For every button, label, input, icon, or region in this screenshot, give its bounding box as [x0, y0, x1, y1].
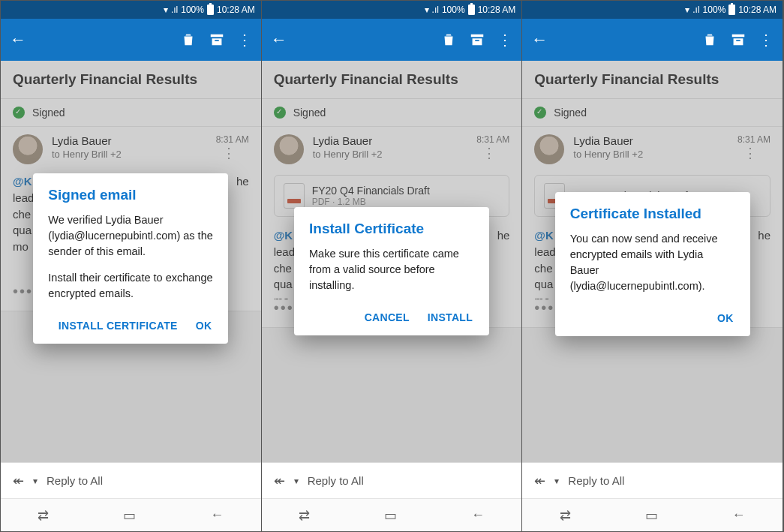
battery-icon — [207, 5, 214, 15]
dialog-title: Signed email — [48, 187, 213, 203]
status-bar: ▾ .ıl 100% 10:28 AM — [262, 1, 522, 19]
app-bar: ← ⋮ — [522, 19, 782, 61]
dialog-install-certificate: Install Certificate Make sure this certi… — [294, 207, 489, 335]
back-icon[interactable]: ← — [531, 30, 548, 50]
reply-bar[interactable]: ↞ ▾ Reply to All — [262, 462, 522, 498]
signal-icon: .ıl — [171, 5, 178, 15]
email-content: Quarterly Financial Results Signed Lydia… — [1, 61, 261, 462]
phone-screen-1: ▾ .ıl 100% 10:28 AM ← ⋮ Quarterly Financ… — [1, 1, 262, 531]
reply-all-icon[interactable]: ↞ — [534, 473, 545, 489]
battery-icon — [728, 5, 735, 15]
status-bar: ▾ .ıl 100% 10:28 AM — [522, 1, 782, 19]
trash-icon[interactable] — [180, 32, 197, 48]
nav-home-icon[interactable]: ▭ — [384, 507, 397, 524]
android-navbar: ⇄ ▭ ← — [522, 498, 782, 531]
phone-screen-2: ▾ .ıl 100% 10:28 AM ← ⋮ Quarterly Financ… — [262, 1, 523, 531]
status-time: 10:28 AM — [217, 5, 255, 15]
dialog-certificate-installed: Certificate Installed You can now send a… — [555, 192, 750, 336]
status-bar: ▾ .ıl 100% 10:28 AM — [1, 1, 261, 19]
nav-recents-icon[interactable]: ⇄ — [560, 507, 571, 524]
reply-dropdown-icon[interactable]: ▾ — [554, 476, 559, 486]
dialog-title: Install Certificate — [309, 221, 474, 237]
overflow-icon[interactable]: ⋮ — [497, 31, 512, 49]
trash-icon[interactable] — [701, 32, 718, 48]
reply-label: Reply to All — [47, 474, 103, 487]
email-content: Quarterly Financial Results Signed Lydia… — [262, 61, 522, 462]
cancel-button[interactable]: CANCEL — [363, 307, 411, 328]
reply-dropdown-icon[interactable]: ▾ — [294, 476, 299, 486]
reply-bar[interactable]: ↞ ▾ Reply to All — [1, 462, 261, 498]
wifi-icon: ▾ — [164, 5, 168, 15]
archive-icon[interactable] — [469, 32, 485, 48]
trash-icon[interactable] — [440, 32, 457, 48]
dialog-body: You can now send and receive encrypted e… — [570, 231, 735, 294]
nav-home-icon[interactable]: ▭ — [645, 507, 658, 524]
battery-icon — [468, 5, 475, 15]
back-icon[interactable]: ← — [271, 30, 287, 50]
nav-recents-icon[interactable]: ⇄ — [299, 507, 310, 524]
reply-label: Reply to All — [568, 474, 624, 487]
dialog-body: Make sure this certificate came from a v… — [309, 246, 474, 293]
signal-icon: .ıl — [692, 5, 699, 15]
ok-button[interactable]: OK — [716, 308, 735, 329]
overflow-icon[interactable]: ⋮ — [758, 31, 773, 49]
nav-home-icon[interactable]: ▭ — [123, 507, 136, 524]
wifi-icon: ▾ — [425, 5, 429, 15]
wifi-icon: ▾ — [685, 5, 689, 15]
nav-back-icon[interactable]: ← — [471, 507, 485, 523]
reply-dropdown-icon[interactable]: ▾ — [33, 476, 38, 486]
dialog-title: Certificate Installed — [570, 206, 735, 222]
dialog-signed-email: Signed email We verified Lydia Bauer (ly… — [33, 173, 228, 344]
reply-label: Reply to All — [308, 474, 364, 487]
archive-icon[interactable] — [209, 32, 225, 48]
install-certificate-button[interactable]: INSTALL CERTIFICATE — [57, 315, 179, 336]
ok-button[interactable]: OK — [194, 315, 214, 336]
email-content: Quarterly Financial Results Signed Lydia… — [522, 61, 782, 462]
battery-percent: 100% — [442, 5, 465, 15]
back-icon[interactable]: ← — [10, 30, 26, 50]
battery-percent: 100% — [703, 5, 726, 15]
android-navbar: ⇄ ▭ ← — [262, 498, 522, 531]
nav-back-icon[interactable]: ← — [210, 507, 224, 523]
status-time: 10:28 AM — [738, 5, 776, 15]
phone-screen-3: ▾ .ıl 100% 10:28 AM ← ⋮ Quarterly Financ… — [522, 1, 783, 531]
app-bar: ← ⋮ — [262, 19, 522, 61]
nav-recents-icon[interactable]: ⇄ — [38, 507, 49, 524]
nav-back-icon[interactable]: ← — [732, 507, 746, 523]
app-bar: ← ⋮ — [1, 19, 261, 61]
archive-icon[interactable] — [730, 32, 746, 48]
signal-icon: .ıl — [432, 5, 439, 15]
overflow-icon[interactable]: ⋮ — [237, 31, 252, 49]
battery-percent: 100% — [181, 5, 204, 15]
dialog-body: We verified Lydia Bauer (lydia@lucernepu… — [48, 212, 213, 302]
reply-bar[interactable]: ↞ ▾ Reply to All — [522, 462, 782, 498]
reply-all-icon[interactable]: ↞ — [274, 473, 285, 489]
install-button[interactable]: INSTALL — [426, 307, 474, 328]
android-navbar: ⇄ ▭ ← — [1, 498, 261, 531]
status-time: 10:28 AM — [478, 5, 516, 15]
reply-all-icon[interactable]: ↞ — [13, 473, 24, 489]
